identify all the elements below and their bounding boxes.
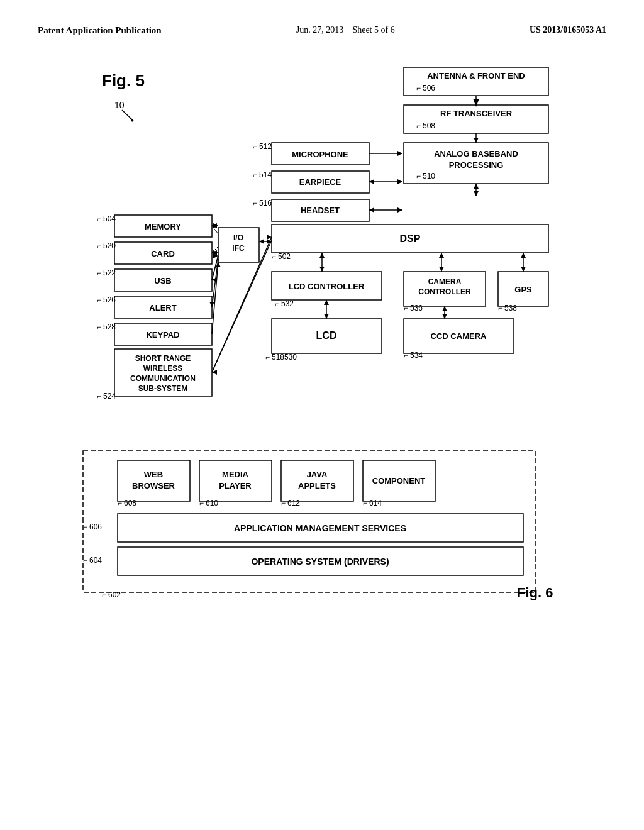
ccd-text: CCD CAMERA [431, 331, 487, 341]
svg-text:⌐: ⌐ [275, 299, 279, 308]
ref-524: 524 [103, 392, 116, 401]
short-range-text1: SHORT RANGE [135, 354, 191, 363]
svg-text:⌐: ⌐ [102, 590, 106, 599]
ref-612: 612 [287, 499, 300, 507]
card-text: CARD [151, 249, 175, 258]
svg-text:⌐: ⌐ [253, 170, 257, 179]
svg-marker-42 [259, 239, 264, 244]
svg-text:⌐: ⌐ [416, 121, 421, 130]
svg-marker-27 [369, 208, 374, 213]
ref-608: 608 [124, 499, 136, 507]
gps-text: GPS [514, 285, 532, 294]
svg-text:⌐: ⌐ [498, 304, 502, 313]
mic-text: MICROPHONE [292, 150, 348, 159]
svg-text:⌐: ⌐ [83, 556, 87, 565]
header-right: US 2013/0165053 A1 [530, 25, 606, 35]
ref-532: 532 [281, 299, 294, 308]
svg-text:⌐: ⌐ [253, 142, 257, 151]
page-header: Patent Application Publication Jun. 27, … [38, 25, 606, 36]
ref-514: 514 [259, 170, 272, 179]
svg-marker-80 [324, 300, 329, 305]
svg-text:⌐: ⌐ [363, 499, 367, 507]
svg-marker-32 [319, 253, 325, 258]
svg-text:⌐: ⌐ [199, 499, 204, 507]
ref-528: 528 [103, 323, 116, 331]
svg-marker-22 [369, 179, 374, 184]
ref-512: 512 [259, 142, 272, 151]
svg-text:⌐: ⌐ [97, 392, 101, 401]
svg-marker-26 [397, 208, 402, 213]
svg-marker-13 [474, 184, 479, 189]
svg-text:⌐: ⌐ [272, 252, 276, 261]
dsp-text: DSP [400, 233, 421, 244]
analog-text1: ANALOG BASEBAND [434, 149, 518, 158]
svg-text:⌐: ⌐ [97, 241, 101, 250]
svg-line-73 [212, 237, 272, 372]
ref-534: 534 [410, 351, 423, 360]
ref-520: 520 [103, 241, 116, 250]
svg-text:⌐: ⌐ [281, 499, 286, 507]
svg-text:⌐: ⌐ [97, 214, 101, 223]
ref-10: 10 [114, 100, 125, 110]
ref-526: 526 [103, 296, 116, 304]
svg-marker-31 [319, 267, 325, 272]
lcd-text: LCD [316, 330, 337, 341]
io-text2: IFC [232, 244, 245, 253]
ref-510: 510 [423, 172, 435, 180]
ref-606: 606 [89, 523, 102, 531]
alert-text: ALERT [149, 303, 176, 313]
ref-536: 536 [410, 304, 423, 313]
ref-508: 508 [423, 121, 435, 130]
fig6-label: Fig. 6 [517, 585, 553, 600]
headset-text: HEADSET [301, 206, 340, 215]
short-range-text3: COMMUNICATION [130, 374, 196, 383]
media-text1: MEDIA [222, 470, 249, 479]
fig5-label: Fig. 5 [102, 71, 145, 90]
rf-text: RF TRANSCEIVER [440, 109, 513, 118]
ref-604: 604 [89, 556, 102, 565]
svg-marker-88 [442, 314, 447, 319]
header-left: Patent Application Publication [38, 25, 162, 36]
ref-504: 504 [103, 214, 116, 223]
comp-text: COMPONENT [372, 476, 426, 485]
svg-marker-79 [324, 314, 329, 319]
short-range-text4: SUB-SYSTEM [138, 384, 188, 393]
antenna-text: ANTENNA & FRONT END [427, 71, 525, 80]
svg-marker-89 [442, 306, 447, 311]
ear-text: EARPIECE [299, 177, 341, 187]
web-text2: BROWSER [132, 481, 175, 490]
ref-518: 518 [272, 353, 284, 362]
svg-marker-38 [521, 253, 526, 258]
java-text1: JAVA [307, 470, 328, 479]
svg-text:⌐: ⌐ [416, 84, 421, 92]
svg-text:⌐: ⌐ [118, 499, 122, 507]
ref-502: 502 [278, 252, 291, 261]
svg-text:⌐: ⌐ [404, 351, 408, 360]
svg-text:⌐: ⌐ [97, 268, 101, 277]
ref-610: 610 [206, 499, 218, 507]
svg-text:⌐: ⌐ [97, 323, 101, 331]
svg-text:⌐: ⌐ [265, 353, 270, 362]
ref-602: 602 [108, 590, 121, 599]
svg-text:⌐: ⌐ [83, 523, 87, 531]
io-text1: I/O [233, 233, 243, 242]
ref-538: 538 [504, 304, 517, 313]
svg-marker-8 [474, 138, 479, 143]
svg-marker-37 [521, 267, 526, 272]
memory-text: MEMORY [145, 222, 181, 231]
cam-ctrl-text2: CONTROLLER [418, 287, 471, 296]
short-range-text2: WIRELESS [143, 364, 183, 373]
ref-522: 522 [103, 268, 116, 277]
diagrams-container: Fig. 5 10 ANTENNA & FRONT END 506 ⌐ RF T… [38, 55, 606, 602]
ref-506: 506 [423, 84, 435, 92]
svg-line-0 [122, 110, 133, 121]
svg-marker-12 [474, 191, 479, 196]
usb-text: USB [154, 276, 171, 285]
ref-516: 516 [259, 199, 272, 208]
svg-text:⌐: ⌐ [97, 296, 101, 304]
fig6-diagram: 602 ⌐ WEB BROWSER 608 ⌐ MEDIA PLAYER 610… [77, 445, 567, 602]
svg-marker-17 [397, 151, 402, 156]
svg-text:⌐: ⌐ [404, 304, 408, 313]
ref-530: 530 [284, 353, 297, 362]
fig5-diagram: Fig. 5 10 ANTENNA & FRONT END 506 ⌐ RF T… [52, 55, 592, 419]
